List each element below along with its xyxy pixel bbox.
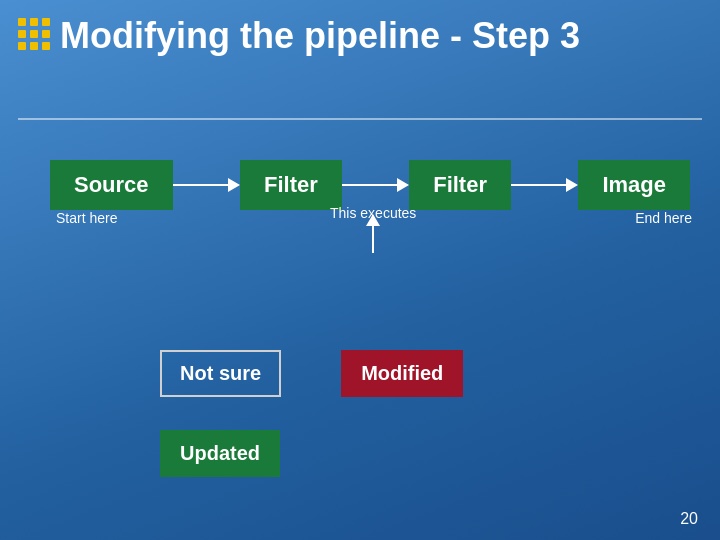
pipeline-row: Source Filter Filter Image <box>50 160 690 210</box>
executes-area: This executes <box>330 205 416 253</box>
modified-box: Modified <box>341 350 463 397</box>
start-label: Start here <box>56 210 117 226</box>
dot <box>30 30 38 38</box>
end-label: End here <box>635 210 692 226</box>
title-area: Modifying the pipeline - Step 3 <box>60 14 700 57</box>
dot <box>18 30 26 38</box>
dot <box>30 42 38 50</box>
image-box: Image <box>578 160 690 210</box>
arrow-line <box>342 184 397 186</box>
source-box: Source <box>50 160 173 210</box>
grid-dots <box>18 18 50 50</box>
dot <box>30 18 38 26</box>
dot <box>42 18 50 26</box>
page-number: 20 <box>680 510 698 528</box>
slide-title: Modifying the pipeline - Step 3 <box>60 14 700 57</box>
arrow-2 <box>342 178 409 192</box>
dot <box>42 30 50 38</box>
updated-row: Updated <box>160 430 280 477</box>
not-sure-box: Not sure <box>160 350 281 397</box>
dot <box>42 42 50 50</box>
title-divider <box>18 118 702 120</box>
arrow-head <box>228 178 240 192</box>
arrow-head <box>566 178 578 192</box>
arrow-1 <box>173 178 240 192</box>
arrow-line <box>511 184 566 186</box>
filter1-box: Filter <box>240 160 342 210</box>
arrow-head <box>397 178 409 192</box>
arrow-3 <box>511 178 578 192</box>
filter2-box: Filter <box>409 160 511 210</box>
arrow-line <box>173 184 228 186</box>
slide: Modifying the pipeline - Step 3 Source F… <box>0 0 720 540</box>
up-arrow-icon <box>372 225 374 253</box>
bottom-row: Not sure Modified <box>160 350 463 397</box>
dot <box>18 42 26 50</box>
dot <box>18 18 26 26</box>
updated-box: Updated <box>160 430 280 477</box>
